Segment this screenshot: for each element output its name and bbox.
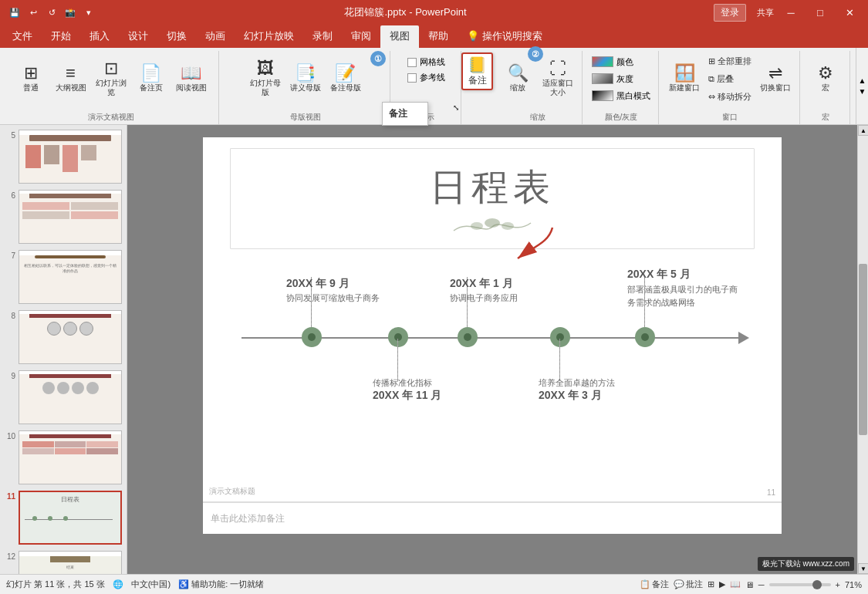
slide-thumb-8[interactable]: [19, 310, 122, 364]
slide-item-10[interactable]: 10: [3, 429, 123, 486]
tab-view[interactable]: 视图: [380, 25, 419, 48]
minimize-button[interactable]: ─: [778, 5, 803, 20]
zoom-level[interactable]: 71%: [845, 580, 862, 589]
move-split-button[interactable]: ⇔ 移动拆分: [705, 88, 755, 105]
ribbon-scroll-down[interactable]: ▼: [857, 86, 868, 97]
slide-thumb-12[interactable]: 结束: [19, 551, 122, 574]
show-expand-button[interactable]: ⤡: [453, 103, 459, 112]
comments-status-button[interactable]: 💬 批注: [674, 579, 703, 590]
macro-button[interactable]: ⚙ 宏: [806, 52, 845, 105]
slide-thumb-6[interactable]: [19, 190, 122, 244]
notes-label: 备注: [468, 74, 487, 87]
presentation-view-status-btn[interactable]: 🖥: [745, 580, 754, 589]
slide-sorter-icon: ⊡: [104, 60, 118, 77]
tab-file[interactable]: 文件: [3, 25, 42, 48]
grayscale-swatch: [592, 73, 613, 84]
arrange-all-button[interactable]: ⊞ 全部重排: [705, 52, 755, 69]
slide-item-12[interactable]: 12 结束: [3, 549, 123, 574]
grayscale-button[interactable]: 灰度: [589, 71, 637, 86]
zoom-slider[interactable]: [769, 583, 831, 586]
slide-item-9[interactable]: 9: [3, 369, 123, 426]
tab-design[interactable]: 设计: [119, 25, 157, 48]
notes-page-button[interactable]: 📄 备注页: [132, 52, 171, 105]
slide-panel[interactable]: 5 6: [0, 125, 127, 574]
zoom-minus[interactable]: ─: [758, 580, 765, 589]
login-button[interactable]: 登录: [714, 4, 746, 22]
handout-master-button[interactable]: 📑 讲义母版: [286, 52, 325, 105]
group-label-color: 颜色/灰度: [584, 112, 658, 123]
cascade-button[interactable]: ⧉ 层叠: [705, 70, 755, 87]
slide-item-11[interactable]: 11 日程表: [3, 489, 123, 546]
slide-item-8[interactable]: 8: [3, 309, 123, 366]
tab-slideshow[interactable]: 幻灯片放映: [235, 25, 303, 48]
fit-window-button[interactable]: ⛶ 适应窗口大小: [539, 52, 577, 105]
close-button[interactable]: ✕: [837, 5, 862, 20]
bw-swatch: [592, 90, 613, 101]
tab-search[interactable]: 💡 操作说明搜索: [458, 25, 552, 48]
slide-item-7[interactable]: 7 相互相处以联系，可以一定体验的联想，感觉到一个精准的作品: [3, 248, 123, 305]
slide-master-button[interactable]: 🖼 幻灯片母版: [246, 52, 285, 105]
slide-thumb-9[interactable]: [19, 370, 122, 424]
timeline-date-1: 20XX 年 9 月: [286, 277, 350, 291]
slide-thumb-11[interactable]: 日程表: [19, 491, 122, 545]
screenshot-button[interactable]: 📸: [62, 4, 79, 21]
share-button[interactable]: 共享: [757, 7, 774, 19]
guides-checkbox[interactable]: 参考线: [406, 71, 447, 84]
slide-thumb-10[interactable]: [19, 430, 122, 484]
customize-button[interactable]: ▾: [80, 4, 97, 21]
slide-number-8: 8: [5, 312, 15, 320]
scroll-down-button[interactable]: ▼: [858, 563, 868, 574]
notes-status-button[interactable]: 📋 备注: [640, 579, 669, 590]
zoom-button[interactable]: ② 🔍 缩放: [498, 52, 537, 105]
language-status[interactable]: 🌐: [113, 579, 123, 589]
timeline-date-5: 20XX 年 3 月: [539, 389, 602, 403]
slide-sorter-button[interactable]: ⊡ 幻灯片浏览: [92, 52, 130, 105]
tab-review[interactable]: 审阅: [342, 25, 380, 48]
switch-window-button[interactable]: ⇌ 切换窗口: [756, 52, 795, 105]
accessibility-status: ♿ 辅助功能: 一切就绪: [178, 579, 264, 590]
gridlines-checkbox[interactable]: 网格线: [406, 56, 447, 69]
tab-help[interactable]: 帮助: [419, 25, 458, 48]
vertical-scrollbar[interactable]: ▲ ▼: [857, 125, 868, 574]
zoom-plus[interactable]: +: [836, 580, 840, 589]
tab-record[interactable]: 录制: [303, 25, 342, 48]
notes-button[interactable]: 📒 备注: [461, 52, 493, 90]
tab-home[interactable]: 开始: [42, 25, 80, 48]
redo-button[interactable]: ↺: [43, 4, 60, 21]
timeline-date-3: 20XX 年 5 月: [627, 268, 691, 282]
move-split-icon: ⇔: [708, 92, 715, 102]
scroll-track[interactable]: [858, 136, 868, 563]
ribbon-tabs: 文件 开始 插入 设计 切换 动画 幻灯片放映 录制 审阅 视图 帮助 💡 操作…: [0, 25, 868, 48]
gridlines-label: 网格线: [420, 56, 445, 68]
normal-view-status-btn[interactable]: ⊞: [708, 579, 714, 589]
arrange-all-icon: ⊞: [708, 56, 715, 66]
ribbon-scroll-up[interactable]: ▲: [857, 76, 868, 86]
new-window-button[interactable]: 🪟 新建窗口: [665, 52, 704, 105]
zoom-handle[interactable]: [812, 580, 822, 589]
slide-thumb-5[interactable]: [19, 130, 122, 184]
scroll-thumb[interactable]: [859, 264, 867, 435]
callout-2: ②: [528, 46, 543, 62]
tab-animations[interactable]: 动画: [196, 25, 235, 48]
blackwhite-button[interactable]: 黑白模式: [589, 88, 654, 103]
outline-view-button[interactable]: ≡ 大纲视图: [52, 52, 90, 105]
reading-view-status-btn[interactable]: 📖: [730, 579, 741, 589]
tab-transitions[interactable]: 切换: [157, 25, 196, 48]
color-button[interactable]: 颜色: [589, 54, 637, 69]
slide-item-6[interactable]: 6: [3, 188, 123, 245]
maximize-button[interactable]: □: [808, 5, 833, 20]
notes-area[interactable]: 单击此处添加备注: [203, 501, 782, 534]
tab-insert[interactable]: 插入: [80, 25, 119, 48]
slide-footer-label: 演示文稿标题: [209, 486, 255, 497]
scroll-up-button[interactable]: ▲: [858, 125, 868, 136]
slide-item-5[interactable]: 5: [3, 128, 123, 185]
normal-view-button[interactable]: ⊞ 普通: [12, 52, 50, 105]
slide-thumb-7[interactable]: 相互相处以联系，可以一定体验的联想，感觉到一个精准的作品: [19, 250, 122, 304]
notes-master-button[interactable]: 📝 备注母版: [326, 52, 365, 105]
save-button[interactable]: 💾: [6, 4, 23, 21]
slide-canvas[interactable]: 日程表: [203, 137, 782, 501]
slideshow-status-btn[interactable]: ▶: [719, 579, 725, 589]
timeline-desc-3: 部署涵盖极具吸引力的电子商务需求的战略网络: [627, 283, 743, 309]
reading-view-button[interactable]: 📖 阅读视图: [172, 52, 211, 105]
undo-button[interactable]: ↩: [25, 4, 42, 21]
